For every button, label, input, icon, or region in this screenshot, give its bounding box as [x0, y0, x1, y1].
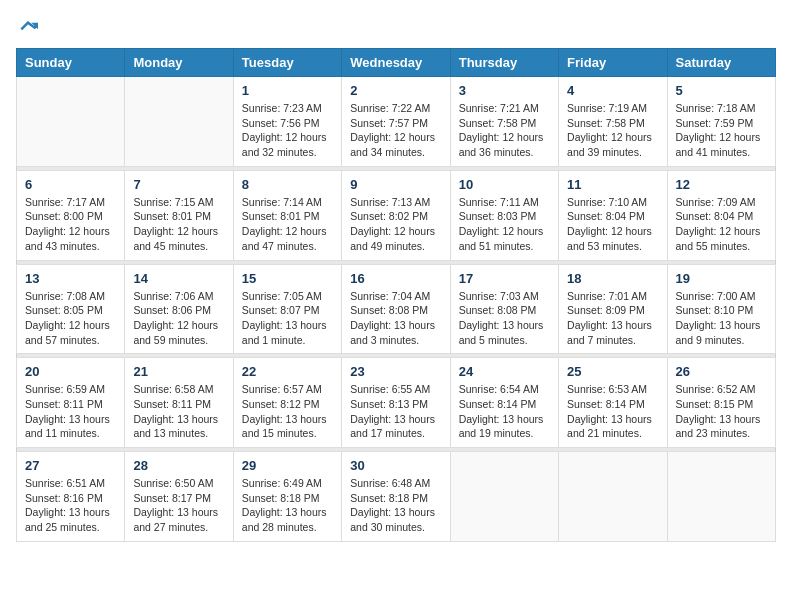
day-number: 29: [242, 458, 333, 473]
calendar-cell: 10Sunrise: 7:11 AM Sunset: 8:03 PM Dayli…: [450, 170, 558, 260]
calendar-cell: 13Sunrise: 7:08 AM Sunset: 8:05 PM Dayli…: [17, 264, 125, 354]
day-number: 2: [350, 83, 441, 98]
calendar-cell: 4Sunrise: 7:19 AM Sunset: 7:58 PM Daylig…: [559, 77, 667, 167]
logo-icon: [18, 16, 38, 36]
day-number: 14: [133, 271, 224, 286]
day-number: 25: [567, 364, 658, 379]
cell-info: Sunrise: 7:18 AM Sunset: 7:59 PM Dayligh…: [676, 101, 767, 160]
calendar-cell: 28Sunrise: 6:50 AM Sunset: 8:17 PM Dayli…: [125, 452, 233, 542]
cell-info: Sunrise: 7:19 AM Sunset: 7:58 PM Dayligh…: [567, 101, 658, 160]
cell-info: Sunrise: 7:22 AM Sunset: 7:57 PM Dayligh…: [350, 101, 441, 160]
day-number: 26: [676, 364, 767, 379]
cell-info: Sunrise: 7:13 AM Sunset: 8:02 PM Dayligh…: [350, 195, 441, 254]
calendar-week-row: 1Sunrise: 7:23 AM Sunset: 7:56 PM Daylig…: [17, 77, 776, 167]
day-number: 10: [459, 177, 550, 192]
day-number: 16: [350, 271, 441, 286]
calendar-cell: 29Sunrise: 6:49 AM Sunset: 8:18 PM Dayli…: [233, 452, 341, 542]
cell-info: Sunrise: 7:08 AM Sunset: 8:05 PM Dayligh…: [25, 289, 116, 348]
cell-info: Sunrise: 6:48 AM Sunset: 8:18 PM Dayligh…: [350, 476, 441, 535]
calendar-cell: 8Sunrise: 7:14 AM Sunset: 8:01 PM Daylig…: [233, 170, 341, 260]
cell-info: Sunrise: 6:50 AM Sunset: 8:17 PM Dayligh…: [133, 476, 224, 535]
calendar-cell: 14Sunrise: 7:06 AM Sunset: 8:06 PM Dayli…: [125, 264, 233, 354]
day-number: 3: [459, 83, 550, 98]
calendar-cell: 21Sunrise: 6:58 AM Sunset: 8:11 PM Dayli…: [125, 358, 233, 448]
cell-info: Sunrise: 6:57 AM Sunset: 8:12 PM Dayligh…: [242, 382, 333, 441]
calendar-cell: 30Sunrise: 6:48 AM Sunset: 8:18 PM Dayli…: [342, 452, 450, 542]
calendar-cell: 23Sunrise: 6:55 AM Sunset: 8:13 PM Dayli…: [342, 358, 450, 448]
day-number: 27: [25, 458, 116, 473]
calendar-cell: 9Sunrise: 7:13 AM Sunset: 8:02 PM Daylig…: [342, 170, 450, 260]
calendar-cell: 25Sunrise: 6:53 AM Sunset: 8:14 PM Dayli…: [559, 358, 667, 448]
cell-info: Sunrise: 7:06 AM Sunset: 8:06 PM Dayligh…: [133, 289, 224, 348]
calendar-cell: 19Sunrise: 7:00 AM Sunset: 8:10 PM Dayli…: [667, 264, 775, 354]
calendar-cell: 2Sunrise: 7:22 AM Sunset: 7:57 PM Daylig…: [342, 77, 450, 167]
day-number: 13: [25, 271, 116, 286]
day-number: 23: [350, 364, 441, 379]
calendar-cell: 22Sunrise: 6:57 AM Sunset: 8:12 PM Dayli…: [233, 358, 341, 448]
day-number: 17: [459, 271, 550, 286]
calendar-week-row: 20Sunrise: 6:59 AM Sunset: 8:11 PM Dayli…: [17, 358, 776, 448]
cell-info: Sunrise: 7:23 AM Sunset: 7:56 PM Dayligh…: [242, 101, 333, 160]
calendar-cell: [125, 77, 233, 167]
day-number: 6: [25, 177, 116, 192]
calendar-day-header: Wednesday: [342, 49, 450, 77]
day-number: 7: [133, 177, 224, 192]
calendar-cell: [450, 452, 558, 542]
calendar-cell: 20Sunrise: 6:59 AM Sunset: 8:11 PM Dayli…: [17, 358, 125, 448]
day-number: 4: [567, 83, 658, 98]
cell-info: Sunrise: 7:10 AM Sunset: 8:04 PM Dayligh…: [567, 195, 658, 254]
cell-info: Sunrise: 7:03 AM Sunset: 8:08 PM Dayligh…: [459, 289, 550, 348]
day-number: 20: [25, 364, 116, 379]
day-number: 1: [242, 83, 333, 98]
calendar-cell: 6Sunrise: 7:17 AM Sunset: 8:00 PM Daylig…: [17, 170, 125, 260]
cell-info: Sunrise: 6:52 AM Sunset: 8:15 PM Dayligh…: [676, 382, 767, 441]
calendar-day-header: Thursday: [450, 49, 558, 77]
day-number: 15: [242, 271, 333, 286]
cell-info: Sunrise: 7:05 AM Sunset: 8:07 PM Dayligh…: [242, 289, 333, 348]
day-number: 11: [567, 177, 658, 192]
calendar-cell: 15Sunrise: 7:05 AM Sunset: 8:07 PM Dayli…: [233, 264, 341, 354]
day-number: 24: [459, 364, 550, 379]
calendar-cell: [667, 452, 775, 542]
day-number: 8: [242, 177, 333, 192]
calendar-cell: 12Sunrise: 7:09 AM Sunset: 8:04 PM Dayli…: [667, 170, 775, 260]
day-number: 28: [133, 458, 224, 473]
cell-info: Sunrise: 7:09 AM Sunset: 8:04 PM Dayligh…: [676, 195, 767, 254]
cell-info: Sunrise: 6:53 AM Sunset: 8:14 PM Dayligh…: [567, 382, 658, 441]
cell-info: Sunrise: 7:04 AM Sunset: 8:08 PM Dayligh…: [350, 289, 441, 348]
calendar-cell: 7Sunrise: 7:15 AM Sunset: 8:01 PM Daylig…: [125, 170, 233, 260]
day-number: 22: [242, 364, 333, 379]
calendar-week-row: 6Sunrise: 7:17 AM Sunset: 8:00 PM Daylig…: [17, 170, 776, 260]
calendar-cell: 5Sunrise: 7:18 AM Sunset: 7:59 PM Daylig…: [667, 77, 775, 167]
cell-info: Sunrise: 7:21 AM Sunset: 7:58 PM Dayligh…: [459, 101, 550, 160]
calendar-cell: 16Sunrise: 7:04 AM Sunset: 8:08 PM Dayli…: [342, 264, 450, 354]
calendar-day-header: Monday: [125, 49, 233, 77]
logo-block: [16, 16, 38, 36]
calendar-cell: 18Sunrise: 7:01 AM Sunset: 8:09 PM Dayli…: [559, 264, 667, 354]
logo: [16, 16, 38, 36]
day-number: 19: [676, 271, 767, 286]
day-number: 12: [676, 177, 767, 192]
calendar-cell: 3Sunrise: 7:21 AM Sunset: 7:58 PM Daylig…: [450, 77, 558, 167]
calendar-week-row: 27Sunrise: 6:51 AM Sunset: 8:16 PM Dayli…: [17, 452, 776, 542]
cell-info: Sunrise: 6:55 AM Sunset: 8:13 PM Dayligh…: [350, 382, 441, 441]
cell-info: Sunrise: 7:14 AM Sunset: 8:01 PM Dayligh…: [242, 195, 333, 254]
day-number: 30: [350, 458, 441, 473]
cell-info: Sunrise: 6:54 AM Sunset: 8:14 PM Dayligh…: [459, 382, 550, 441]
calendar-cell: [17, 77, 125, 167]
cell-info: Sunrise: 7:00 AM Sunset: 8:10 PM Dayligh…: [676, 289, 767, 348]
day-number: 9: [350, 177, 441, 192]
calendar-day-header: Friday: [559, 49, 667, 77]
calendar-day-header: Sunday: [17, 49, 125, 77]
calendar-day-header: Saturday: [667, 49, 775, 77]
cell-info: Sunrise: 7:01 AM Sunset: 8:09 PM Dayligh…: [567, 289, 658, 348]
page-header: [16, 16, 776, 36]
calendar-day-header: Tuesday: [233, 49, 341, 77]
cell-info: Sunrise: 6:51 AM Sunset: 8:16 PM Dayligh…: [25, 476, 116, 535]
day-number: 18: [567, 271, 658, 286]
calendar-cell: 27Sunrise: 6:51 AM Sunset: 8:16 PM Dayli…: [17, 452, 125, 542]
cell-info: Sunrise: 6:49 AM Sunset: 8:18 PM Dayligh…: [242, 476, 333, 535]
cell-info: Sunrise: 7:11 AM Sunset: 8:03 PM Dayligh…: [459, 195, 550, 254]
day-number: 5: [676, 83, 767, 98]
calendar-header-row: SundayMondayTuesdayWednesdayThursdayFrid…: [17, 49, 776, 77]
